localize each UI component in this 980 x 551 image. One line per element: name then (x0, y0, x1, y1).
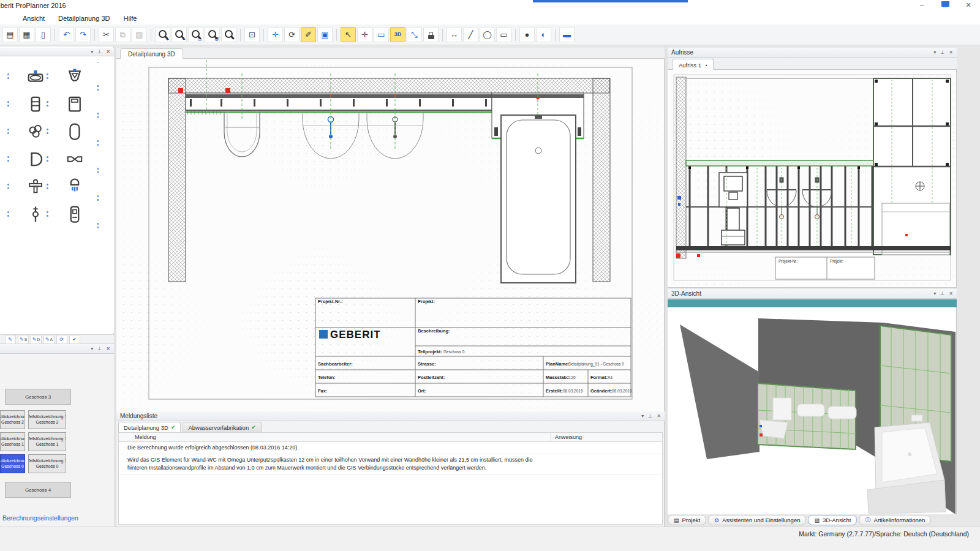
annotation-pen-1[interactable]: ✎ (5, 335, 16, 344)
tall-frame-section[interactable] (873, 78, 951, 255)
flex-connector-item[interactable] (16, 118, 55, 145)
panel-menu-icon[interactable]: ▾ (641, 413, 644, 419)
annotation-pen-4[interactable]: ✎A (43, 335, 55, 344)
minimize-button[interactable]: – (918, 1, 926, 9)
close-icon[interactable]: ✕ (657, 413, 661, 419)
save-button[interactable]: ▤ (2, 27, 18, 42)
panel-menu-icon[interactable]: ▾ (933, 291, 936, 296)
3d-toggle-button[interactable]: 3D (390, 27, 405, 42)
zoom-in-button[interactable]: + (155, 27, 170, 42)
boiler-item[interactable] (55, 200, 94, 228)
draw-line-button[interactable]: ╱ (463, 27, 478, 42)
draw-rect-button[interactable]: ▭ (496, 27, 511, 42)
export-doc-button[interactable]: ▯ (36, 27, 51, 42)
annotation-pen-3[interactable]: ✎D (31, 335, 42, 344)
drawing-cell[interactable]: Teilstückzeichnung 1 Geschoss 2 (28, 410, 66, 429)
calculation-settings-link[interactable]: Berechnungseinstellungen (2, 514, 78, 522)
pipe-coupling-item[interactable] (55, 145, 94, 173)
message-row[interactable]: Wird das GIS Element für Wand-WC mit Ome… (119, 454, 662, 474)
measure-button[interactable]: ⤡ (407, 27, 422, 42)
shower-item[interactable] (55, 173, 94, 200)
tab-aufriss-1[interactable]: Aufriss 1 ▪ (673, 59, 714, 70)
panel-menu-icon[interactable]: ▾ (91, 346, 93, 351)
cut-button[interactable]: ✂ (99, 27, 114, 42)
cistern-item[interactable] (55, 90, 94, 118)
right-tab[interactable]: ▧ 3D-Ansicht (808, 515, 857, 525)
annotation-pen-2[interactable]: ✎S (18, 335, 29, 344)
stop-valve-item[interactable] (16, 200, 55, 228)
pin-icon[interactable]: ⊥ (97, 49, 102, 54)
right-tab[interactable]: ⓘ Artikelinformationen (859, 515, 931, 525)
panel-menu-icon[interactable]: ▾ (91, 49, 93, 54)
panel-menu-icon[interactable]: ▾ (933, 50, 936, 55)
sketch-mode-button[interactable]: ✐ (301, 27, 316, 42)
annotation-confirm[interactable]: ✔ (69, 335, 80, 344)
select-button[interactable]: ↖ (341, 27, 356, 42)
draw-ellipse-button[interactable]: ◯ (480, 27, 495, 42)
close-icon[interactable]: ✕ (949, 291, 953, 296)
pin-icon[interactable]: ⊥ (648, 413, 652, 419)
menu-item[interactable]: Ansicht (16, 15, 51, 22)
sphere-blue-button[interactable]: ◐ (536, 27, 551, 42)
washbasin-shapes[interactable] (303, 111, 423, 159)
pan-button[interactable]: ✛ (268, 27, 283, 42)
close-button[interactable]: ✕ (964, 1, 973, 9)
annotation-refresh[interactable]: ⟳ (56, 335, 67, 344)
close-icon[interactable]: ✕ (106, 346, 110, 351)
pin-icon[interactable]: ⊥ (940, 50, 944, 55)
redo-button[interactable]: ↷ (75, 27, 91, 42)
drawing-cell[interactable]: Teilstückzeichnung 1 Geschoss 0 (28, 454, 66, 473)
move-button[interactable]: ✛ (357, 27, 372, 42)
sphere-dark-button[interactable]: ● (519, 27, 535, 42)
message-tab[interactable]: Detailplanung 3D ✔ (118, 422, 181, 432)
plan-canvas[interactable]: Projekt-Nr.: Projekt: Beschreibung: Teil… (116, 59, 665, 411)
bathtub-item[interactable] (55, 118, 94, 145)
installation-wall[interactable] (186, 93, 492, 114)
copy-button[interactable]: ⧉ (115, 27, 130, 42)
elevation-installation-wall[interactable] (686, 160, 873, 246)
view-cube-button[interactable]: ▣ (317, 27, 333, 42)
presentation-button[interactable]: ▭ (374, 27, 389, 42)
3d-panel-title: 3D-Ansicht (671, 290, 701, 297)
zoom-extents-button[interactable]: ⊡ (244, 27, 260, 42)
wc-element-item[interactable] (16, 90, 55, 118)
floor-band-top[interactable]: Geschoss 3 (5, 389, 71, 405)
close-icon[interactable]: ✕ (106, 49, 110, 54)
message-tab[interactable]: Abwasservorfabrikation ✔ (183, 422, 261, 432)
pin-icon[interactable]: ⊥ (940, 291, 944, 296)
drawing-cell[interactable]: Teilstückzeichnung 1 Geschoss 2 (0, 410, 25, 429)
zoom-window-button[interactable]: ▭ (188, 27, 203, 42)
sink-side-item[interactable] (16, 145, 55, 173)
lock-button[interactable] (423, 27, 439, 42)
paste-button[interactable]: ▨ (132, 27, 147, 42)
elevation-wc-element[interactable] (719, 173, 747, 245)
zoom-out-button[interactable]: − (172, 27, 187, 42)
fitting-symbols[interactable] (328, 117, 398, 139)
bathtub-shape[interactable] (501, 115, 576, 283)
right-tab[interactable]: ⚙ Assistenten und Einstellungen (708, 515, 806, 525)
washbasin-item[interactable] (16, 62, 55, 90)
zoom-previous-button[interactable]: ↺ (205, 27, 220, 42)
menu-item[interactable]: Detailplanung 3D (51, 15, 116, 22)
drawing-cell[interactable]: Teilstückzeichnung 1 Geschoss 0 (0, 454, 25, 473)
3d-view[interactable] (668, 307, 957, 514)
right-tab[interactable]: ▤ Projekt (668, 515, 706, 525)
tab-close-icon[interactable]: ▪ (706, 62, 707, 68)
close-icon[interactable]: ✕ (949, 50, 953, 55)
menu-item[interactable]: Hilfe (116, 15, 143, 22)
mixer-valve-item[interactable] (16, 173, 55, 200)
zoom-all-button[interactable] (221, 27, 236, 42)
tab-detailplanung-3d[interactable]: Detailplanung 3D (120, 48, 183, 59)
urinal-item[interactable] (55, 62, 94, 90)
dimension-button[interactable]: ↔ (447, 27, 462, 42)
message-row[interactable]: Die Berechnung wurde erfolgreich abgesch… (119, 442, 662, 454)
wall-segment-button[interactable]: ▬ (559, 27, 575, 42)
drawing-cell[interactable]: Teilstückzeichnung 1 Geschoss 1 (0, 432, 25, 451)
pin-icon[interactable]: ⊥ (97, 346, 102, 351)
print-button[interactable]: ▦ (19, 27, 34, 42)
orbit-button[interactable]: ⟳ (284, 27, 300, 42)
drawing-cell[interactable]: Teilstückzeichnung 1 Geschoss 1 (28, 432, 66, 451)
elevation-canvas[interactable]: Projekt-Nr.: Projekt: (668, 70, 957, 288)
floor-band-bottom[interactable]: Geschoss 4 (5, 482, 71, 498)
undo-button[interactable]: ↶ (59, 27, 74, 42)
